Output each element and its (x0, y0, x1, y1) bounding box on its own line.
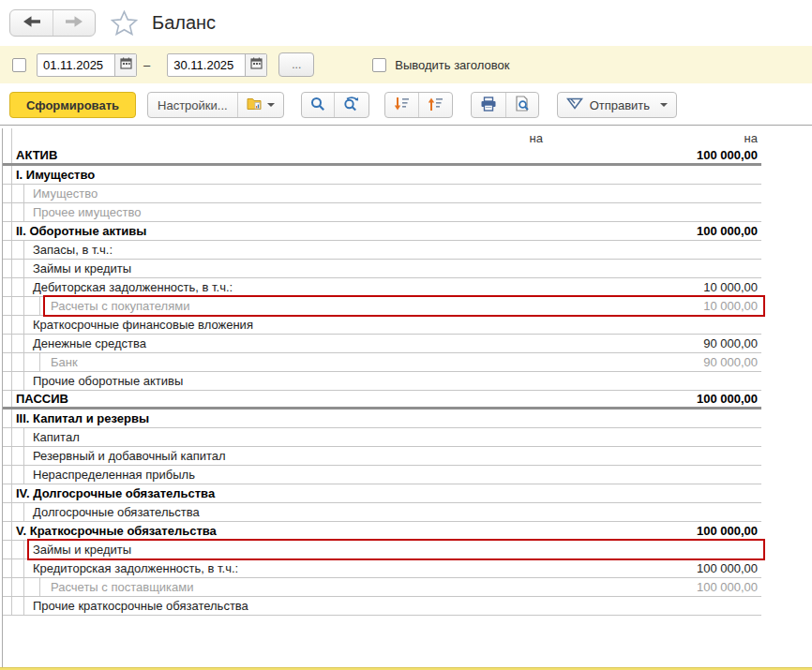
row-label: Кредиторская задолженность, в т.ч.: (24, 561, 697, 575)
report-row[interactable]: Денежные средства90 000,00 (3, 335, 761, 353)
send-button[interactable]: Отправить (558, 93, 676, 117)
row-gutter (24, 297, 40, 315)
row-gutter (12, 428, 24, 446)
report-row[interactable]: IV. Долгосрочные обязательства (3, 484, 761, 503)
report-row[interactable]: Прочие краткосрочные обязательства (3, 597, 761, 616)
report-row[interactable]: ПАССИВ100 000,00 (3, 391, 761, 409)
printer-icon (480, 97, 497, 114)
back-button[interactable] (10, 10, 53, 36)
report-row[interactable]: V. Краткосрочные обязательства100 000,00 (3, 522, 761, 541)
search-button[interactable] (302, 93, 334, 117)
row-gutter (12, 541, 24, 558)
report-row[interactable]: Банк90 000,00 (3, 353, 761, 372)
period-more-button[interactable]: ... (278, 52, 314, 77)
report-row[interactable]: Имущество (3, 185, 761, 203)
period-checkbox[interactable] (12, 58, 26, 72)
sort-button-group (384, 92, 453, 118)
row-gutter (3, 372, 12, 390)
row-gutter (12, 578, 24, 596)
row-label: I. Имущество (12, 168, 758, 182)
row-label: IV. Долгосрочные обязательства (12, 486, 758, 500)
report-row[interactable]: Дебиторская задолженность, в т.ч.:10 000… (3, 278, 761, 297)
report-row[interactable]: Нераспределенная прибыль (3, 466, 761, 484)
row-gutter (3, 335, 12, 352)
row-label: Дебиторская задолженность, в т.ч.: (24, 280, 703, 294)
row-gutter (12, 559, 24, 577)
sort-descending-button[interactable] (385, 93, 418, 117)
filter-bar: 01.11.2025 – 30.11.2025 (0, 46, 812, 83)
report-row[interactable]: Долгосрочные обязательства (3, 503, 761, 522)
row-label: Расчеты с покупателями (40, 299, 703, 313)
row-value: 100 000,00 (697, 392, 761, 406)
date-from-calendar-button[interactable] (114, 54, 136, 76)
report-variants-button[interactable] (237, 93, 283, 117)
calendar-icon (250, 57, 263, 72)
date-to-calendar-button[interactable] (245, 54, 266, 76)
print-preview-button[interactable] (505, 93, 538, 117)
report-row[interactable]: АКТИВ100 000,00 (3, 147, 761, 166)
row-gutter (3, 260, 12, 277)
report-row[interactable]: Займы и кредиты (3, 541, 761, 559)
row-gutter (3, 466, 12, 484)
settings-button[interactable]: Настройки... (148, 93, 237, 117)
row-gutter (3, 278, 12, 296)
row-gutter (3, 353, 12, 371)
report-row[interactable]: II. Оборотные активы100 000,00 (3, 222, 761, 241)
row-label: Займы и кредиты (24, 543, 758, 557)
settings-button-group: Настройки... (147, 92, 284, 118)
report-row[interactable]: Резервный и добавочный капитал (3, 447, 761, 466)
row-gutter (12, 297, 24, 315)
print-button[interactable] (472, 93, 505, 117)
report-row[interactable]: Займы и кредиты (3, 260, 761, 278)
row-gutter (12, 503, 24, 521)
row-label: Денежные средства (24, 336, 703, 350)
report-rows: АКТИВ100 000,00I. ИмуществоИмуществоПроч… (3, 147, 761, 616)
report-row[interactable]: Расчеты с покупателями10 000,00 (3, 297, 761, 316)
report-row[interactable]: Прочее имущество (3, 203, 761, 222)
row-gutter (3, 578, 12, 596)
report-row[interactable]: Кредиторская задолженность, в т.ч.:100 0… (3, 559, 761, 578)
row-gutter (3, 522, 12, 540)
report-row[interactable]: Запасы, в т.ч.: (3, 241, 761, 260)
date-to-field: 30.11.2025 (167, 53, 267, 77)
row-label: V. Краткосрочные обязательства (12, 524, 697, 538)
forward-button[interactable] (53, 10, 95, 36)
date-to-input[interactable]: 30.11.2025 (168, 54, 245, 76)
report-row[interactable]: Прочие оборотные активы (3, 372, 761, 391)
date-from-input[interactable]: 01.11.2025 (38, 54, 114, 76)
row-label: АКТИВ (12, 148, 697, 162)
report-row[interactable]: III. Капитал и резервы (3, 409, 761, 428)
row-gutter (24, 353, 40, 371)
row-gutter (3, 541, 12, 558)
row-gutter (3, 222, 12, 240)
favorite-star-icon[interactable] (111, 10, 138, 36)
row-label: Капитал (24, 430, 758, 444)
report-row[interactable]: I. Имущество (3, 166, 761, 185)
row-gutter (12, 241, 24, 259)
report-variants-icon (247, 97, 263, 113)
page-title: Баланс (152, 12, 216, 34)
row-label: Долгосрочные обязательства (24, 505, 758, 519)
sort-ascending-button[interactable] (418, 93, 452, 117)
send-button-label: Отправить (590, 98, 650, 112)
row-value: 10 000,00 (703, 280, 761, 294)
report-row[interactable]: Расчеты с поставщиками100 000,00 (3, 578, 761, 597)
column-header-period-end: на (543, 131, 761, 145)
row-label: II. Оборотные активы (12, 224, 697, 238)
send-button-group: Отправить (557, 92, 677, 118)
row-label: Запасы, в т.ч.: (24, 243, 758, 257)
generate-report-button[interactable]: Сформировать (9, 92, 136, 118)
row-gutter (3, 185, 12, 202)
sort-descending-icon (394, 97, 410, 114)
report-row[interactable]: Капитал (3, 428, 761, 447)
row-gutter (3, 316, 12, 334)
row-gutter (12, 203, 24, 221)
row-gutter (3, 447, 12, 465)
search-next-button[interactable] (334, 93, 368, 117)
row-label: Расчеты с поставщиками (40, 580, 697, 594)
row-gutter (3, 391, 12, 407)
show-title-checkbox[interactable] (372, 58, 386, 72)
row-gutter (12, 278, 24, 296)
report-row[interactable]: Краткосрочные финансовые вложения (3, 316, 761, 335)
header-gutter (3, 128, 12, 147)
